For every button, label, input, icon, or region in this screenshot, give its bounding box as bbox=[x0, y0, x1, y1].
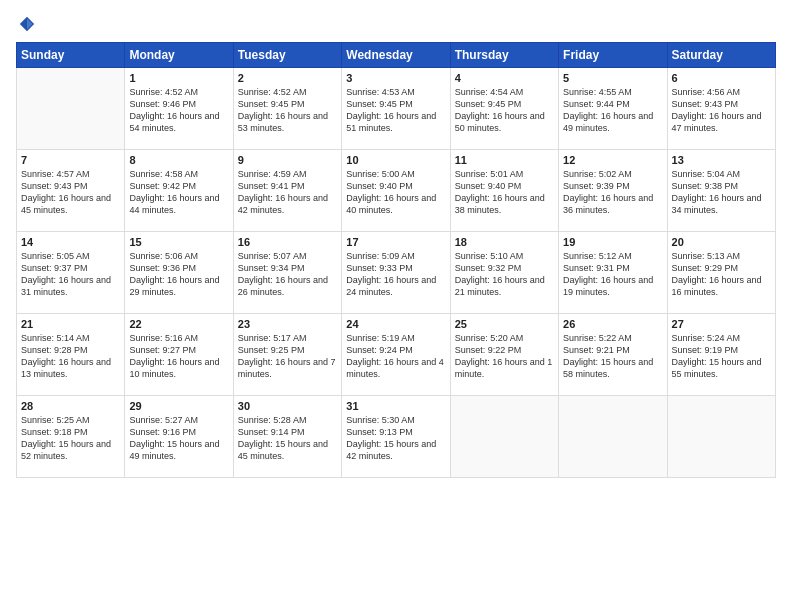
day-number: 19 bbox=[563, 236, 662, 248]
calendar-cell: 27Sunrise: 5:24 AMSunset: 9:19 PMDayligh… bbox=[667, 313, 775, 395]
day-number: 6 bbox=[672, 72, 771, 84]
calendar-cell: 15Sunrise: 5:06 AMSunset: 9:36 PMDayligh… bbox=[125, 231, 233, 313]
day-number: 9 bbox=[238, 154, 337, 166]
calendar-week-5: 28Sunrise: 5:25 AMSunset: 9:18 PMDayligh… bbox=[17, 395, 776, 477]
day-info: Sunrise: 4:58 AMSunset: 9:42 PMDaylight:… bbox=[129, 168, 228, 217]
day-number: 27 bbox=[672, 318, 771, 330]
calendar-cell: 23Sunrise: 5:17 AMSunset: 9:25 PMDayligh… bbox=[233, 313, 341, 395]
day-info: Sunrise: 4:52 AMSunset: 9:46 PMDaylight:… bbox=[129, 86, 228, 135]
calendar-cell: 20Sunrise: 5:13 AMSunset: 9:29 PMDayligh… bbox=[667, 231, 775, 313]
day-info: Sunrise: 5:25 AMSunset: 9:18 PMDaylight:… bbox=[21, 414, 120, 463]
calendar-cell: 25Sunrise: 5:20 AMSunset: 9:22 PMDayligh… bbox=[450, 313, 558, 395]
day-info: Sunrise: 5:09 AMSunset: 9:33 PMDaylight:… bbox=[346, 250, 445, 299]
calendar-table: SundayMondayTuesdayWednesdayThursdayFrid… bbox=[16, 42, 776, 478]
day-info: Sunrise: 5:00 AMSunset: 9:40 PMDaylight:… bbox=[346, 168, 445, 217]
day-number: 28 bbox=[21, 400, 120, 412]
day-number: 22 bbox=[129, 318, 228, 330]
calendar-cell: 21Sunrise: 5:14 AMSunset: 9:28 PMDayligh… bbox=[17, 313, 125, 395]
day-info: Sunrise: 5:17 AMSunset: 9:25 PMDaylight:… bbox=[238, 332, 337, 381]
calendar-cell: 29Sunrise: 5:27 AMSunset: 9:16 PMDayligh… bbox=[125, 395, 233, 477]
calendar-week-4: 21Sunrise: 5:14 AMSunset: 9:28 PMDayligh… bbox=[17, 313, 776, 395]
day-number: 15 bbox=[129, 236, 228, 248]
day-info: Sunrise: 5:20 AMSunset: 9:22 PMDaylight:… bbox=[455, 332, 554, 381]
calendar-cell: 8Sunrise: 4:58 AMSunset: 9:42 PMDaylight… bbox=[125, 149, 233, 231]
calendar-cell: 1Sunrise: 4:52 AMSunset: 9:46 PMDaylight… bbox=[125, 67, 233, 149]
day-info: Sunrise: 5:22 AMSunset: 9:21 PMDaylight:… bbox=[563, 332, 662, 381]
day-number: 17 bbox=[346, 236, 445, 248]
calendar-cell bbox=[667, 395, 775, 477]
day-info: Sunrise: 5:04 AMSunset: 9:38 PMDaylight:… bbox=[672, 168, 771, 217]
calendar-cell: 3Sunrise: 4:53 AMSunset: 9:45 PMDaylight… bbox=[342, 67, 450, 149]
calendar-cell: 18Sunrise: 5:10 AMSunset: 9:32 PMDayligh… bbox=[450, 231, 558, 313]
calendar-cell: 13Sunrise: 5:04 AMSunset: 9:38 PMDayligh… bbox=[667, 149, 775, 231]
day-info: Sunrise: 5:24 AMSunset: 9:19 PMDaylight:… bbox=[672, 332, 771, 381]
day-info: Sunrise: 5:14 AMSunset: 9:28 PMDaylight:… bbox=[21, 332, 120, 381]
calendar-week-2: 7Sunrise: 4:57 AMSunset: 9:43 PMDaylight… bbox=[17, 149, 776, 231]
logo bbox=[16, 14, 36, 34]
calendar-cell: 28Sunrise: 5:25 AMSunset: 9:18 PMDayligh… bbox=[17, 395, 125, 477]
day-info: Sunrise: 5:30 AMSunset: 9:13 PMDaylight:… bbox=[346, 414, 445, 463]
day-info: Sunrise: 5:01 AMSunset: 9:40 PMDaylight:… bbox=[455, 168, 554, 217]
calendar-header-friday: Friday bbox=[559, 42, 667, 67]
calendar-header-monday: Monday bbox=[125, 42, 233, 67]
day-info: Sunrise: 5:16 AMSunset: 9:27 PMDaylight:… bbox=[129, 332, 228, 381]
day-number: 13 bbox=[672, 154, 771, 166]
day-info: Sunrise: 5:28 AMSunset: 9:14 PMDaylight:… bbox=[238, 414, 337, 463]
calendar-cell: 26Sunrise: 5:22 AMSunset: 9:21 PMDayligh… bbox=[559, 313, 667, 395]
day-info: Sunrise: 5:12 AMSunset: 9:31 PMDaylight:… bbox=[563, 250, 662, 299]
day-info: Sunrise: 4:59 AMSunset: 9:41 PMDaylight:… bbox=[238, 168, 337, 217]
day-info: Sunrise: 4:54 AMSunset: 9:45 PMDaylight:… bbox=[455, 86, 554, 135]
calendar-cell bbox=[450, 395, 558, 477]
calendar-week-3: 14Sunrise: 5:05 AMSunset: 9:37 PMDayligh… bbox=[17, 231, 776, 313]
day-number: 16 bbox=[238, 236, 337, 248]
day-number: 23 bbox=[238, 318, 337, 330]
day-number: 11 bbox=[455, 154, 554, 166]
day-info: Sunrise: 5:06 AMSunset: 9:36 PMDaylight:… bbox=[129, 250, 228, 299]
calendar-cell: 6Sunrise: 4:56 AMSunset: 9:43 PMDaylight… bbox=[667, 67, 775, 149]
day-info: Sunrise: 5:13 AMSunset: 9:29 PMDaylight:… bbox=[672, 250, 771, 299]
day-number: 12 bbox=[563, 154, 662, 166]
day-info: Sunrise: 5:07 AMSunset: 9:34 PMDaylight:… bbox=[238, 250, 337, 299]
calendar-cell: 4Sunrise: 4:54 AMSunset: 9:45 PMDaylight… bbox=[450, 67, 558, 149]
calendar-week-1: 1Sunrise: 4:52 AMSunset: 9:46 PMDaylight… bbox=[17, 67, 776, 149]
day-info: Sunrise: 4:56 AMSunset: 9:43 PMDaylight:… bbox=[672, 86, 771, 135]
calendar-cell: 30Sunrise: 5:28 AMSunset: 9:14 PMDayligh… bbox=[233, 395, 341, 477]
day-number: 21 bbox=[21, 318, 120, 330]
calendar-header-saturday: Saturday bbox=[667, 42, 775, 67]
day-number: 30 bbox=[238, 400, 337, 412]
calendar-cell bbox=[559, 395, 667, 477]
day-number: 24 bbox=[346, 318, 445, 330]
day-info: Sunrise: 5:02 AMSunset: 9:39 PMDaylight:… bbox=[563, 168, 662, 217]
day-info: Sunrise: 5:10 AMSunset: 9:32 PMDaylight:… bbox=[455, 250, 554, 299]
calendar-cell: 7Sunrise: 4:57 AMSunset: 9:43 PMDaylight… bbox=[17, 149, 125, 231]
calendar-cell: 2Sunrise: 4:52 AMSunset: 9:45 PMDaylight… bbox=[233, 67, 341, 149]
day-info: Sunrise: 5:27 AMSunset: 9:16 PMDaylight:… bbox=[129, 414, 228, 463]
day-number: 1 bbox=[129, 72, 228, 84]
calendar-cell: 16Sunrise: 5:07 AMSunset: 9:34 PMDayligh… bbox=[233, 231, 341, 313]
day-number: 31 bbox=[346, 400, 445, 412]
calendar-header: SundayMondayTuesdayWednesdayThursdayFrid… bbox=[17, 42, 776, 67]
calendar-cell: 22Sunrise: 5:16 AMSunset: 9:27 PMDayligh… bbox=[125, 313, 233, 395]
day-number: 4 bbox=[455, 72, 554, 84]
day-number: 29 bbox=[129, 400, 228, 412]
calendar-cell: 12Sunrise: 5:02 AMSunset: 9:39 PMDayligh… bbox=[559, 149, 667, 231]
day-number: 18 bbox=[455, 236, 554, 248]
calendar-cell: 10Sunrise: 5:00 AMSunset: 9:40 PMDayligh… bbox=[342, 149, 450, 231]
day-number: 25 bbox=[455, 318, 554, 330]
day-info: Sunrise: 5:19 AMSunset: 9:24 PMDaylight:… bbox=[346, 332, 445, 381]
calendar-cell: 31Sunrise: 5:30 AMSunset: 9:13 PMDayligh… bbox=[342, 395, 450, 477]
calendar-cell: 24Sunrise: 5:19 AMSunset: 9:24 PMDayligh… bbox=[342, 313, 450, 395]
calendar-header-thursday: Thursday bbox=[450, 42, 558, 67]
day-info: Sunrise: 4:57 AMSunset: 9:43 PMDaylight:… bbox=[21, 168, 120, 217]
day-info: Sunrise: 4:53 AMSunset: 9:45 PMDaylight:… bbox=[346, 86, 445, 135]
day-number: 10 bbox=[346, 154, 445, 166]
day-number: 2 bbox=[238, 72, 337, 84]
calendar-cell: 14Sunrise: 5:05 AMSunset: 9:37 PMDayligh… bbox=[17, 231, 125, 313]
day-number: 14 bbox=[21, 236, 120, 248]
day-info: Sunrise: 4:52 AMSunset: 9:45 PMDaylight:… bbox=[238, 86, 337, 135]
calendar-cell: 9Sunrise: 4:59 AMSunset: 9:41 PMDaylight… bbox=[233, 149, 341, 231]
calendar-cell: 17Sunrise: 5:09 AMSunset: 9:33 PMDayligh… bbox=[342, 231, 450, 313]
day-number: 5 bbox=[563, 72, 662, 84]
calendar-cell: 19Sunrise: 5:12 AMSunset: 9:31 PMDayligh… bbox=[559, 231, 667, 313]
day-number: 20 bbox=[672, 236, 771, 248]
